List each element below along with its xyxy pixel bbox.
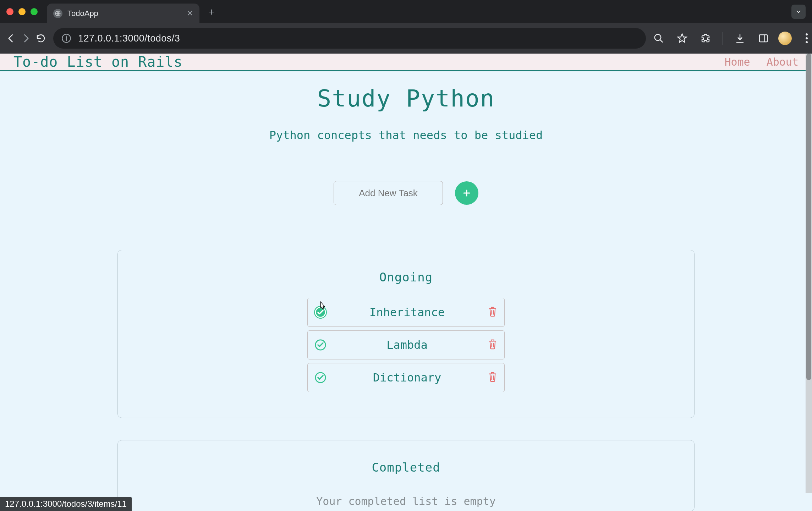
- ongoing-heading: Ongoing: [379, 270, 433, 284]
- svg-rect-6: [759, 35, 768, 42]
- check-circle-icon: [314, 306, 327, 318]
- bookmark-star-icon[interactable]: [674, 30, 691, 47]
- window-close-icon[interactable]: [6, 8, 13, 15]
- profile-avatar[interactable]: [778, 32, 792, 45]
- reload-button[interactable]: [35, 30, 46, 47]
- close-tab-icon[interactable]: ✕: [187, 9, 193, 18]
- svg-point-4: [655, 34, 661, 41]
- delete-task-button[interactable]: [487, 306, 498, 319]
- new-tab-button[interactable]: ＋: [207, 5, 216, 18]
- page-title: Study Python: [317, 85, 495, 112]
- address-bar[interactable]: 127.0.0.1:3000/todos/3: [53, 28, 646, 49]
- completed-panel: Completed Your completed list is empty: [117, 440, 695, 511]
- trash-icon: [487, 338, 498, 350]
- toolbar-actions: [650, 30, 812, 47]
- status-bar: 127.0.0.1:3000/todos/3/items/11: [0, 497, 132, 511]
- add-task-row: [334, 181, 478, 205]
- page-subtitle: Python concepts that needs to be studied: [269, 128, 543, 142]
- task-label[interactable]: Inheritance: [327, 306, 487, 319]
- complete-task-button[interactable]: [314, 371, 327, 384]
- ongoing-panel: Ongoing Inheritance Lambda: [117, 250, 695, 418]
- brand-title[interactable]: To-do List on Rails: [13, 54, 183, 70]
- site-info-icon[interactable]: [61, 33, 72, 44]
- downloads-icon[interactable]: [731, 30, 748, 47]
- nav-home[interactable]: Home: [724, 56, 750, 68]
- site-header: To-do List on Rails Home About: [0, 54, 812, 71]
- chrome-menu-icon[interactable]: [798, 30, 812, 47]
- globe-icon: [53, 9, 62, 18]
- browser-chrome: TodoApp ✕ ＋ 127.0.0.1:3000/todos/3: [0, 0, 812, 54]
- completed-heading: Completed: [372, 460, 440, 474]
- check-circle-icon: [314, 372, 327, 384]
- browser-tab[interactable]: TodoApp ✕: [47, 4, 199, 23]
- complete-task-button[interactable]: [314, 339, 327, 351]
- extensions-icon[interactable]: [697, 30, 714, 47]
- svg-point-3: [66, 36, 67, 37]
- window-minimize-icon[interactable]: [18, 8, 26, 15]
- page-viewport: To-do List on Rails Home About Study Pyt…: [0, 54, 812, 511]
- forward-button[interactable]: [21, 30, 31, 47]
- browser-toolbar: 127.0.0.1:3000/todos/3: [0, 23, 812, 54]
- task-row: Lambda: [307, 330, 505, 359]
- task-row: Inheritance: [307, 298, 505, 327]
- nav-about[interactable]: About: [767, 56, 799, 68]
- task-row: Dictionary: [307, 363, 505, 392]
- site-nav: Home About: [724, 56, 799, 68]
- toolbar-separator: [723, 32, 723, 45]
- complete-task-button[interactable]: [314, 306, 327, 319]
- main-content: Study Python Python concepts that needs …: [0, 71, 812, 511]
- plus-icon: [462, 189, 471, 197]
- url-text[interactable]: 127.0.0.1:3000/todos/3: [78, 33, 638, 44]
- delete-task-button[interactable]: [487, 338, 498, 352]
- task-label[interactable]: Lambda: [327, 338, 487, 352]
- tab-strip: TodoApp ✕ ＋: [0, 0, 812, 23]
- window-controls: [6, 8, 38, 15]
- delete-task-button[interactable]: [487, 371, 498, 384]
- back-button[interactable]: [6, 30, 16, 47]
- add-task-button[interactable]: [455, 181, 478, 205]
- scrollbar-thumb[interactable]: [806, 54, 811, 380]
- side-panel-icon[interactable]: [755, 30, 772, 47]
- zoom-icon[interactable]: [650, 30, 667, 47]
- tab-title: TodoApp: [67, 9, 182, 18]
- tabs-dropdown-icon[interactable]: [791, 5, 806, 19]
- window-zoom-icon[interactable]: [31, 8, 38, 15]
- trash-icon: [487, 371, 498, 383]
- check-circle-icon: [314, 339, 327, 351]
- svg-line-5: [660, 40, 663, 43]
- scrollbar-track[interactable]: [806, 54, 812, 493]
- trash-icon: [487, 306, 498, 318]
- completed-empty-message: Your completed list is empty: [316, 495, 496, 507]
- task-label[interactable]: Dictionary: [327, 371, 487, 384]
- add-task-input[interactable]: [334, 181, 443, 205]
